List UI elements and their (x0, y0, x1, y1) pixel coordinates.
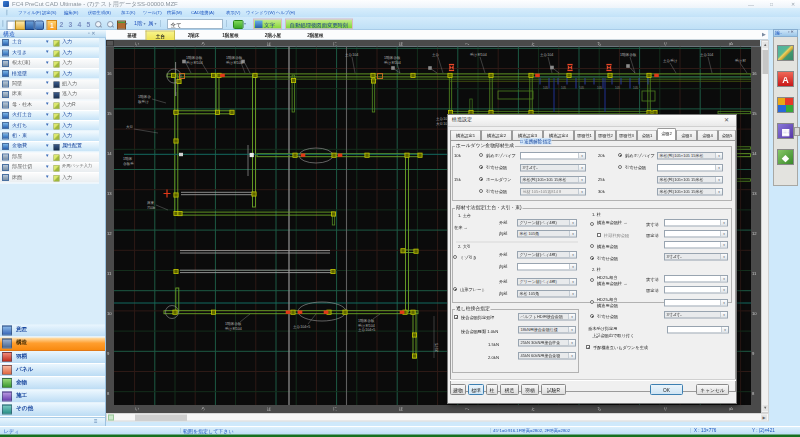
svg-text:1階床合: 1階床合 (138, 94, 151, 99)
svg-text:受け材104: 受け材104 (226, 60, 243, 65)
svg-text:合板受: 合板受 (123, 161, 134, 166)
svg-text:105: 105 (543, 86, 548, 90)
svg-text:受け材104: 受け材104 (358, 323, 375, 328)
svg-text:105: 105 (579, 86, 584, 90)
svg-text:土台104×5: 土台104×5 (358, 328, 375, 332)
svg-text:土台104: 土台104 (540, 53, 553, 57)
svg-text:105: 105 (561, 86, 566, 90)
svg-text:1階床合板: 1階床合板 (226, 55, 243, 60)
svg-text:105: 105 (615, 86, 620, 90)
svg-text:105: 105 (597, 86, 602, 90)
svg-text:1階床合板: 1階床合板 (225, 321, 242, 326)
svg-text:1階床合板: 1階床合板 (620, 52, 637, 57)
svg-text:土台受け: 土台受け (663, 58, 678, 63)
svg-text:750b: 750b (147, 206, 155, 210)
svg-text:1階床合板: 1階床合板 (186, 55, 203, 60)
svg-text:大引: 大引 (126, 125, 133, 129)
svg-text:1階床: 1階床 (123, 156, 133, 161)
svg-text:土台104: 土台104 (345, 53, 358, 57)
svg-text:土台104: 土台104 (700, 53, 713, 57)
svg-text:受け材104: 受け材104 (470, 52, 487, 57)
svg-text:土台: 土台 (432, 53, 440, 57)
svg-text:受け材104: 受け材104 (384, 60, 401, 65)
svg-text:1階床合板: 1階床合板 (358, 318, 375, 323)
svg-text:土台104×5: 土台104×5 (293, 325, 310, 329)
svg-text:1階床合板: 1階床合板 (384, 55, 401, 60)
svg-text:受け材: 受け材 (735, 58, 746, 63)
svg-text:2975: 2975 (434, 342, 439, 352)
svg-text:板受け: 板受け (137, 99, 149, 104)
svg-text:床束: 床束 (147, 200, 155, 205)
svg-text:受け材104: 受け材104 (225, 326, 242, 331)
svg-text:105: 105 (633, 86, 638, 90)
